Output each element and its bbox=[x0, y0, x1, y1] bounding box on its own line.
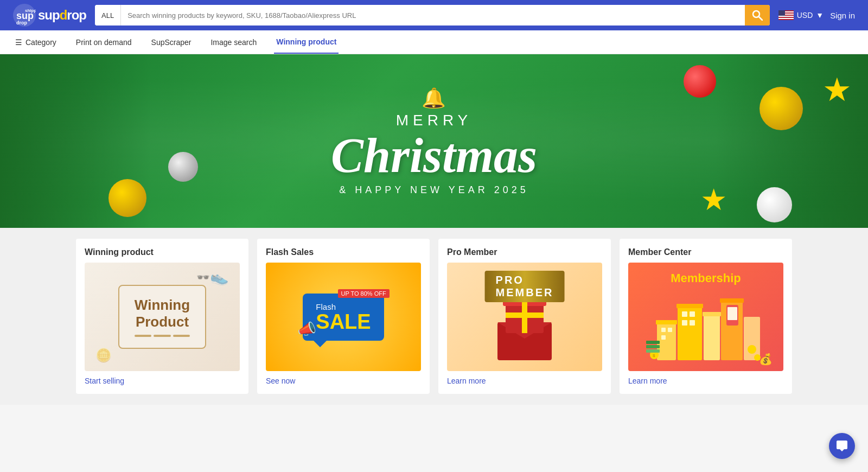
svg-rect-28 bbox=[720, 298, 744, 303]
svg-rect-31 bbox=[668, 328, 672, 332]
card-pro-image: PRO MEMBER bbox=[447, 263, 602, 371]
megaphone-icon: 📣 bbox=[297, 320, 316, 338]
card-flash-title: Flash Sales bbox=[266, 247, 421, 257]
card-flash-sales: Flash Sales Flash SALE UP TO 80% OFF 📣 S… bbox=[257, 239, 430, 394]
flash-sale-text: SALE bbox=[316, 310, 371, 333]
logo-text: supdrop bbox=[38, 8, 86, 23]
svg-rect-34 bbox=[690, 311, 695, 317]
nav-supscraper-label: SupScraper bbox=[151, 38, 192, 47]
card-member-link[interactable]: Learn more bbox=[628, 377, 783, 385]
hamburger-icon: ☰ bbox=[15, 38, 22, 47]
nav-print-on-demand[interactable]: Print on demand bbox=[74, 30, 134, 54]
coins-decoration: 💰 bbox=[759, 353, 773, 366]
svg-text:drop: drop bbox=[16, 20, 27, 25]
svg-rect-43 bbox=[646, 341, 660, 344]
flash-sale-badge: Flash SALE UP TO 80% OFF 📣 bbox=[303, 294, 384, 341]
ornament-silver bbox=[168, 152, 198, 182]
svg-rect-10 bbox=[778, 18, 794, 19]
svg-rect-36 bbox=[690, 320, 695, 326]
banner-merry-text: MERRY bbox=[331, 112, 537, 129]
pro-member-badge: PRO MEMBER bbox=[485, 271, 565, 302]
card-winning-link[interactable]: Start selling bbox=[85, 377, 240, 385]
nav-print-label: Print on demand bbox=[76, 38, 132, 47]
svg-rect-21 bbox=[657, 322, 676, 360]
card-pro-member: Pro Member PRO MEMBER bbox=[438, 239, 611, 394]
nav-image-search[interactable]: Image search bbox=[208, 30, 259, 54]
logo[interactable]: sup drop shipping supdrop bbox=[13, 4, 86, 27]
navigation: ☰ Category Print on demand SupScraper Im… bbox=[0, 30, 868, 54]
svg-rect-11 bbox=[778, 10, 785, 16]
search-input[interactable] bbox=[121, 11, 745, 20]
svg-rect-22 bbox=[656, 320, 677, 324]
hero-banner: ★ ★ 🔔 MERRY Christmas & HAPPY NEW YEAR 2… bbox=[0, 54, 868, 228]
banner-content: 🔔 MERRY Christmas & HAPPY NEW YEAR 2025 bbox=[331, 87, 537, 196]
card-pro-title: Pro Member bbox=[447, 247, 602, 257]
svg-rect-45 bbox=[727, 307, 737, 320]
tag-line-3 bbox=[173, 335, 190, 337]
cards-section: Winning product 👟 🕶️ WinningProduct 🪙 bbox=[0, 228, 868, 405]
nav-winning-product[interactable]: Winning product bbox=[274, 30, 339, 54]
svg-rect-42 bbox=[646, 345, 660, 348]
currency-chevron-icon: ▼ bbox=[816, 11, 824, 20]
svg-rect-41 bbox=[646, 349, 660, 353]
flag-icon bbox=[778, 10, 794, 20]
search-type-label[interactable]: ALL bbox=[95, 5, 121, 25]
svg-rect-9 bbox=[778, 16, 794, 17]
ornament-gold-right bbox=[760, 87, 803, 130]
flash-discount-text: UP TO 80% OFF bbox=[338, 289, 390, 298]
nav-winning-label: Winning product bbox=[276, 37, 336, 46]
membership-overlay-text: Membership bbox=[671, 271, 741, 285]
search-button[interactable] bbox=[745, 5, 770, 25]
tag-line-2 bbox=[154, 335, 170, 337]
card-winning-product: Winning product 👟 🕶️ WinningProduct 🪙 bbox=[76, 239, 248, 394]
svg-rect-30 bbox=[661, 328, 666, 332]
card-pro-link[interactable]: Learn more bbox=[447, 377, 602, 385]
star-decoration-2: ★ bbox=[700, 182, 727, 217]
winning-product-tag: WinningProduct bbox=[118, 285, 206, 349]
svg-rect-35 bbox=[682, 320, 687, 326]
card-winning-image: 👟 🕶️ WinningProduct 🪙 bbox=[85, 263, 240, 371]
svg-text:$: $ bbox=[653, 353, 655, 358]
card-member-image: Membership bbox=[628, 263, 783, 371]
currency-selector[interactable]: USD ▼ bbox=[778, 10, 824, 20]
ornament-gold-bottom bbox=[108, 179, 146, 217]
ornament-red bbox=[684, 65, 716, 98]
ornament-white bbox=[757, 187, 792, 222]
currency-label: USD bbox=[797, 11, 813, 20]
header-right: USD ▼ Sign in bbox=[778, 10, 855, 20]
star-decoration-1: ★ bbox=[822, 71, 852, 109]
nav-category-label: Category bbox=[25, 38, 56, 47]
glasses-decoration: 🕶️ bbox=[196, 271, 210, 284]
svg-rect-24 bbox=[676, 304, 703, 308]
coin-decoration: 🪙 bbox=[95, 348, 112, 363]
search-icon bbox=[752, 10, 763, 21]
svg-rect-17 bbox=[506, 312, 544, 318]
svg-rect-32 bbox=[661, 335, 666, 340]
svg-rect-33 bbox=[682, 311, 687, 317]
tag-line-1 bbox=[135, 335, 151, 337]
svg-rect-25 bbox=[704, 314, 720, 360]
search-bar: ALL bbox=[95, 5, 770, 25]
member-building-svg: $ bbox=[646, 279, 765, 366]
header: sup drop shipping supdrop ALL bbox=[0, 0, 868, 30]
sign-in-link[interactable]: Sign in bbox=[830, 11, 855, 20]
card-winning-title: Winning product bbox=[85, 247, 240, 257]
nav-supscraper[interactable]: SupScraper bbox=[149, 30, 194, 54]
card-member-center: Member Center Membership bbox=[620, 239, 792, 394]
nav-image-search-label: Image search bbox=[210, 38, 257, 47]
bell-icon: 🔔 bbox=[331, 87, 537, 110]
svg-line-5 bbox=[759, 17, 762, 20]
banner-newyear-text: & HAPPY NEW YEAR 2025 bbox=[331, 184, 537, 196]
card-member-title: Member Center bbox=[628, 247, 783, 257]
winning-tag-text: WinningProduct bbox=[135, 297, 190, 330]
svg-text:shipping: shipping bbox=[25, 8, 36, 13]
svg-rect-26 bbox=[703, 312, 721, 316]
nav-category[interactable]: ☰ Category bbox=[13, 30, 59, 54]
card-flash-image: Flash SALE UP TO 80% OFF 📣 bbox=[266, 263, 421, 371]
svg-point-39 bbox=[748, 345, 756, 354]
shoe-decoration: 👟 bbox=[210, 268, 229, 286]
card-flash-link[interactable]: See now bbox=[266, 377, 421, 385]
banner-christmas-text: Christmas bbox=[331, 131, 537, 180]
